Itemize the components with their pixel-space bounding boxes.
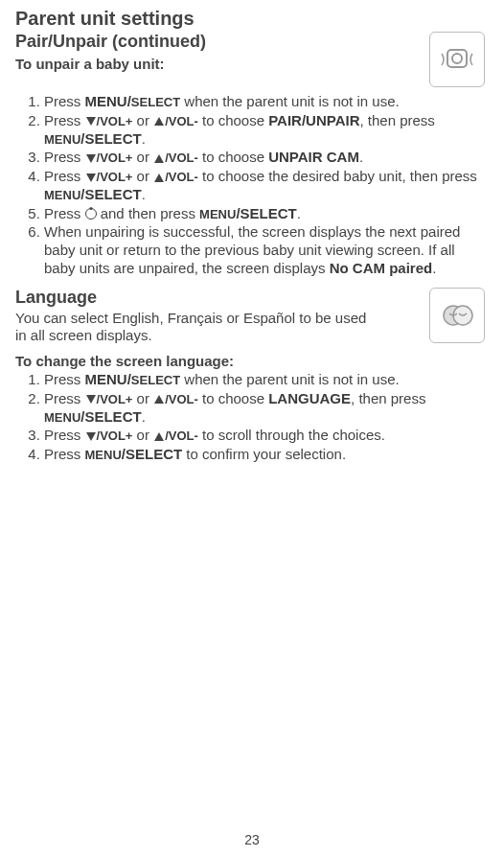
unpair-steps: Press MENU/SELECT when the parent unit i… bbox=[15, 93, 489, 278]
text: , then press bbox=[359, 112, 434, 128]
section-heading-language: Language bbox=[15, 288, 489, 308]
up-arrow-icon bbox=[154, 117, 164, 126]
text: to choose bbox=[198, 390, 268, 406]
text: MENU/ bbox=[85, 371, 131, 387]
svg-rect-0 bbox=[447, 50, 467, 67]
list-item: Press /VOL+ or /VOL- to choose UNPAIR CA… bbox=[44, 149, 489, 167]
list-item: Press MENU/SELECT when the parent unit i… bbox=[44, 371, 489, 389]
up-arrow-icon bbox=[154, 395, 164, 404]
page-title: Parent unit settings bbox=[15, 8, 489, 30]
up-arrow-icon bbox=[154, 174, 164, 182]
down-arrow-icon bbox=[86, 174, 96, 182]
text: to choose bbox=[198, 149, 268, 165]
text: /VOL- bbox=[165, 114, 198, 128]
list-item: Press and then press MENU/SELECT. bbox=[44, 205, 489, 223]
list-item: When unpairing is successful, the screen… bbox=[44, 223, 489, 277]
page-number: 23 bbox=[0, 832, 504, 847]
camera-pair-icon bbox=[429, 32, 485, 87]
text: . bbox=[432, 260, 436, 276]
text: /VOL- bbox=[165, 151, 198, 165]
text: . bbox=[297, 205, 301, 221]
text: /SELECT bbox=[122, 446, 182, 462]
text: /VOL+ bbox=[97, 170, 133, 184]
text: /VOL+ bbox=[97, 428, 133, 443]
list-item: Press /VOL+ or /VOL- to choose PAIR/UNPA… bbox=[44, 112, 489, 149]
down-arrow-icon bbox=[86, 117, 96, 126]
text: or bbox=[132, 390, 153, 406]
text: Press bbox=[44, 205, 85, 221]
text: when the parent unit is not in use. bbox=[180, 93, 399, 109]
language-intro: You can select English, Français or Espa… bbox=[15, 310, 379, 346]
text: to scroll through the choices. bbox=[198, 427, 385, 443]
text: /SELECT bbox=[236, 205, 296, 221]
text: MENU/ bbox=[85, 93, 131, 109]
list-item: Press MENU/SELECT to confirm your select… bbox=[44, 446, 489, 464]
subheading-unpair: To unpair a baby unit: bbox=[15, 56, 489, 72]
up-arrow-icon bbox=[154, 154, 164, 163]
subheading-change-language: To change the screen language: bbox=[15, 353, 489, 369]
text: or bbox=[132, 112, 153, 128]
text: to choose bbox=[198, 112, 268, 128]
text: SELECT bbox=[131, 373, 180, 387]
text: /SELECT bbox=[80, 186, 141, 202]
text: /SELECT bbox=[80, 408, 141, 425]
list-item: Press MENU/SELECT when the parent unit i… bbox=[44, 93, 489, 111]
svg-point-1 bbox=[452, 54, 462, 63]
text: /VOL- bbox=[165, 428, 198, 443]
text: Press bbox=[44, 371, 85, 387]
up-arrow-icon bbox=[154, 432, 164, 441]
text: Press bbox=[44, 112, 85, 128]
language-globe-icon bbox=[429, 288, 485, 343]
text: . bbox=[359, 149, 363, 165]
text: . bbox=[142, 130, 146, 147]
text: or bbox=[132, 168, 153, 184]
text: when the parent unit is not in use. bbox=[180, 371, 399, 387]
text: to choose the desired baby unit, then pr… bbox=[198, 168, 477, 184]
down-arrow-icon bbox=[86, 395, 96, 404]
text: Press bbox=[44, 93, 85, 109]
text: MENU bbox=[85, 448, 122, 462]
down-arrow-icon bbox=[86, 154, 96, 163]
text: /VOL+ bbox=[97, 114, 133, 128]
text: /VOL+ bbox=[97, 392, 133, 406]
text: Press bbox=[44, 168, 85, 184]
text: MENU bbox=[44, 410, 80, 425]
list-item: Press /VOL+ or /VOL- to choose the desir… bbox=[44, 168, 489, 204]
ok-enter-icon bbox=[85, 208, 97, 220]
text: and then press bbox=[97, 205, 200, 221]
list-item: Press /VOL+ or /VOL- to scroll through t… bbox=[44, 427, 489, 445]
text: MENU bbox=[199, 207, 236, 221]
text: to confirm your selection. bbox=[182, 446, 346, 462]
text: /VOL- bbox=[165, 170, 198, 184]
text: . bbox=[142, 408, 146, 425]
text: SELECT bbox=[131, 95, 180, 109]
text: /VOL- bbox=[165, 392, 198, 406]
text: UNPAIR CAM bbox=[268, 149, 359, 165]
text: , then press bbox=[351, 390, 425, 406]
text: or bbox=[132, 427, 153, 443]
text: . bbox=[142, 186, 146, 202]
text: No CAM paired bbox=[330, 260, 433, 276]
text: MENU bbox=[44, 188, 80, 202]
text: PAIR/UNPAIR bbox=[268, 112, 359, 128]
text: Press bbox=[44, 446, 85, 462]
text: Press bbox=[44, 149, 85, 165]
section-heading-pair: Pair/Unpair (continued) bbox=[15, 32, 489, 52]
text: or bbox=[132, 149, 153, 165]
text: Press bbox=[44, 427, 85, 443]
text: Press bbox=[44, 390, 85, 406]
text: LANGUAGE bbox=[268, 390, 351, 406]
text: /VOL+ bbox=[97, 151, 133, 165]
list-item: Press /VOL+ or /VOL- to choose LANGUAGE,… bbox=[44, 390, 489, 427]
text: MENU bbox=[44, 132, 80, 147]
down-arrow-icon bbox=[86, 432, 96, 441]
language-steps: Press MENU/SELECT when the parent unit i… bbox=[15, 371, 489, 464]
text: /SELECT bbox=[80, 130, 141, 147]
